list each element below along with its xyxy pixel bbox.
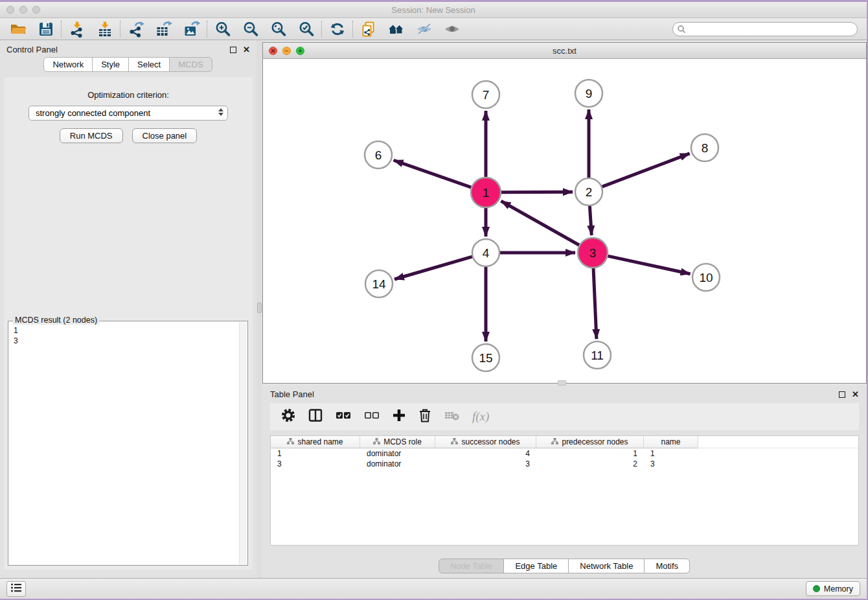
search-input[interactable] [672, 22, 858, 36]
table-cell[interactable]: 3 [435, 459, 536, 469]
column-header-shared-name[interactable]: shared name [271, 436, 360, 448]
tab-node-table[interactable]: Node Table [439, 559, 505, 573]
graph-node-2[interactable]: 2 [575, 178, 602, 205]
zoom-selected-button[interactable] [292, 19, 320, 39]
table-row[interactable]: 1dominator411 [271, 448, 858, 459]
graph-node-3[interactable]: 3 [578, 238, 608, 268]
graph-node-6[interactable]: 6 [365, 141, 392, 168]
hierarchy-icon [287, 437, 294, 446]
tab-network[interactable]: Network [43, 57, 93, 72]
tab-network-table[interactable]: Network Table [568, 559, 645, 573]
graph-edge-2-8[interactable] [602, 154, 690, 187]
network-resize-grip[interactable] [558, 380, 566, 386]
duplicate-network-icon [360, 21, 377, 38]
svg-text:15: 15 [479, 351, 492, 365]
graph-edge-3-1[interactable] [501, 201, 580, 245]
refresh-button[interactable] [323, 19, 351, 39]
hide-details-button[interactable] [410, 19, 438, 39]
graph-edge-3-10[interactable] [608, 256, 690, 274]
duplicate-network-button[interactable] [354, 19, 382, 39]
splitter-grip[interactable] [257, 303, 262, 313]
tab-mcds[interactable]: MCDS [169, 57, 212, 72]
header-filler [698, 436, 858, 448]
panel-splitter[interactable] [257, 40, 262, 578]
graph-edge-2-3[interactable] [589, 206, 591, 235]
table-settings-button[interactable] [280, 408, 296, 426]
trash-icon [418, 408, 432, 426]
tab-motifs[interactable]: Motifs [644, 559, 690, 573]
show-details-button[interactable] [438, 19, 466, 39]
tab-style[interactable]: Style [92, 57, 129, 72]
column-header-MCDS-role[interactable]: MCDS role [360, 436, 435, 448]
graph-node-10[interactable]: 10 [692, 264, 720, 291]
graph-node-1[interactable]: 1 [471, 178, 501, 207]
delete-row-button[interactable] [418, 408, 432, 426]
table-cell[interactable]: dominator [360, 448, 435, 459]
export-network-button[interactable] [122, 19, 150, 39]
table-cell[interactable]: 1 [536, 448, 644, 459]
graph-node-15[interactable]: 15 [472, 344, 499, 371]
hierarchy-icon [451, 437, 458, 446]
tab-edge-table[interactable]: Edge Table [503, 559, 569, 573]
save-session-button[interactable] [32, 19, 60, 39]
table-cell[interactable]: 3 [644, 459, 698, 469]
graph-node-11[interactable]: 11 [584, 341, 611, 369]
column-header-predecessor-nodes[interactable]: predecessor nodes [536, 436, 644, 448]
column-header-successor-nodes[interactable]: successor nodes [435, 436, 536, 448]
memory-button[interactable]: Memory [806, 581, 860, 596]
float-panel-button[interactable] [230, 47, 236, 53]
zoom-in-button[interactable] [209, 19, 236, 39]
export-table-icon [155, 21, 172, 38]
float-table-panel-button[interactable] [839, 391, 845, 398]
network-titlebar: ✕ − + scc.txt [263, 43, 866, 59]
result-scrollbar[interactable] [239, 322, 247, 564]
graph-node-7[interactable]: 7 [472, 81, 499, 108]
graph-node-8[interactable]: 8 [691, 134, 718, 161]
graph-edge-1-6[interactable] [394, 160, 472, 187]
gear-icon [280, 408, 296, 426]
delete-table-icon [444, 408, 461, 425]
open-session-button[interactable] [4, 19, 32, 39]
zoom-out-button[interactable] [236, 19, 264, 39]
column-header-name[interactable]: name [644, 436, 698, 448]
close-panel-icon-button[interactable]: ✕ [243, 47, 250, 53]
zoom-fit-button[interactable] [264, 19, 292, 39]
svg-text:1: 1 [483, 186, 490, 200]
import-table-button[interactable] [91, 19, 119, 39]
close-table-panel-button[interactable]: ✕ [852, 391, 859, 398]
split-view-button[interactable] [308, 408, 323, 426]
table-cell[interactable]: 1 [644, 448, 698, 459]
graph-node-4[interactable]: 4 [472, 239, 499, 266]
table-panel: Table Panel ✕ f(x) shared nameMCDS roles… [262, 386, 867, 577]
select-stepper-icon [218, 108, 223, 116]
graph-edge-3-11[interactable] [593, 268, 597, 339]
graph-edge-4-14[interactable] [394, 257, 472, 279]
apply-layout-button[interactable] [382, 19, 410, 39]
table-cell[interactable]: 3 [271, 459, 360, 469]
deselect-all-columns-button[interactable] [363, 408, 380, 426]
table-cell[interactable]: 2 [536, 459, 644, 469]
task-history-button[interactable] [6, 581, 26, 597]
import-network-button[interactable] [63, 19, 91, 39]
export-table-button[interactable] [150, 19, 177, 39]
run-mcds-button[interactable]: Run MCDS [60, 128, 123, 143]
zoom-selected-icon [298, 21, 315, 38]
table-cell[interactable]: dominator [360, 459, 435, 469]
export-image-button[interactable] [177, 19, 205, 39]
tab-select[interactable]: Select [128, 57, 170, 72]
criterion-select[interactable]: strongly connected component [29, 106, 228, 121]
import-network-icon [69, 21, 86, 38]
close-panel-button[interactable]: Close panel [132, 128, 198, 143]
table-cell[interactable]: 1 [271, 448, 360, 459]
graph-node-14[interactable]: 14 [365, 270, 393, 297]
select-all-columns-button[interactable] [335, 408, 352, 426]
graph-node-9[interactable]: 9 [575, 80, 602, 107]
network-canvas[interactable]: 7968124314101511 [263, 59, 866, 383]
zoom-in-icon [214, 21, 231, 38]
table-row[interactable]: 3dominator323 [271, 459, 858, 469]
add-row-button[interactable] [392, 408, 406, 425]
search-field [672, 22, 858, 36]
svg-text:7: 7 [483, 88, 490, 102]
table-cell[interactable]: 4 [435, 448, 536, 459]
graph-edge-1-2[interactable] [501, 192, 573, 192]
